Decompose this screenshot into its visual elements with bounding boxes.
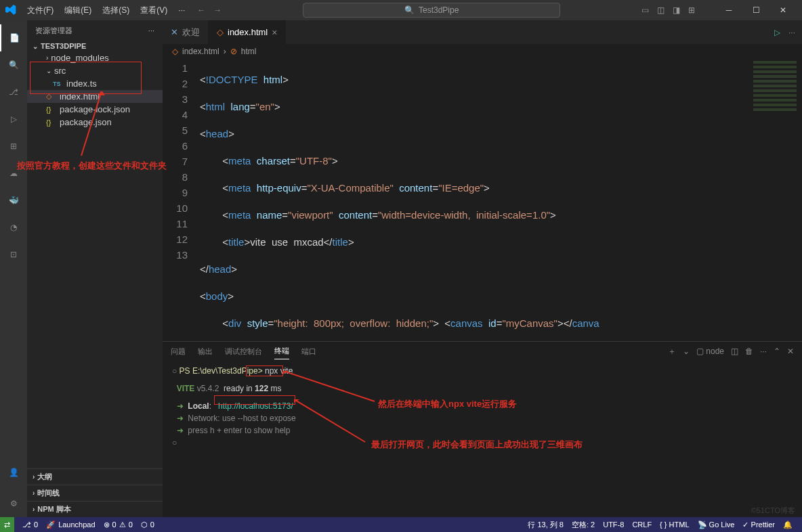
panel-tab-ports[interactable]: 端口	[301, 344, 316, 359]
close-icon[interactable]: ×	[272, 27, 277, 38]
panel-tab-terminal[interactable]: 终端	[274, 343, 289, 359]
menu-edit[interactable]: 编辑(E)	[59, 0, 97, 20]
layout-icon-4[interactable]: ⊞	[688, 5, 695, 15]
file-index-html[interactable]: ◇index.html	[27, 90, 163, 103]
sb-encoding[interactable]: UTF-8	[599, 520, 628, 530]
sb-golive[interactable]: 📡 Go Live	[694, 520, 739, 530]
activity-search[interactable]: 🔍	[0, 51, 27, 79]
menu-view[interactable]: 查看(V)	[135, 0, 173, 20]
sb-ports[interactable]: ⬡0	[137, 520, 159, 529]
panel-tab-output[interactable]: 输出	[198, 344, 213, 359]
terminal-shell[interactable]: ▢ node	[696, 347, 724, 356]
remote-button[interactable]: ⇄	[0, 517, 14, 532]
sidebar: 资源管理器 ··· ⌄TEST3DPIPE ›node_modules ⌄src…	[27, 20, 163, 517]
breadcrumbs[interactable]: ◇index.html › ⊘html	[163, 44, 802, 59]
maximize-button[interactable]: ☐	[742, 0, 769, 20]
activity-bar: 📄 🔍 ⎇ ▷ ⊞ ☁ 🐳 ◔ ⊡ 👤 ⚙	[0, 20, 27, 517]
nav-forward[interactable]: →	[213, 5, 221, 15]
layout-icon-2[interactable]: ◫	[657, 5, 664, 15]
panel-tab-problems[interactable]: 问题	[171, 344, 186, 359]
activity-run[interactable]: ▷	[0, 106, 27, 133]
activity-test[interactable]: ◔	[0, 214, 27, 241]
sb-launchpad[interactable]: 🚀Launchpad	[42, 520, 99, 529]
tab-welcome[interactable]: ✕欢迎	[163, 20, 209, 44]
activity-docker[interactable]: 🐳	[0, 187, 27, 214]
editor-area: ✕欢迎 ◇index.html× ▷ ··· ◇index.html › ⊘ht…	[163, 20, 802, 517]
gutter: 12345678910111213	[163, 59, 200, 341]
command-center[interactable]: 🔍Test3dPipe	[303, 3, 560, 18]
sb-spaces[interactable]: 空格: 2	[568, 520, 599, 530]
file-package-lock[interactable]: {}package-lock.json	[27, 103, 163, 116]
file-index-ts[interactable]: TSindex.ts	[27, 77, 163, 90]
sb-position[interactable]: 行 13, 列 8	[524, 520, 568, 530]
terminal[interactable]: ○ PS E:\dev\Test3dPipe> npx vite VITE v5…	[163, 361, 802, 517]
title-bar: 文件(F) 编辑(E) 选择(S) 查看(V) ··· ← → 🔍Test3dP…	[0, 0, 802, 20]
activity-settings[interactable]: ⚙	[0, 490, 27, 517]
tab-more-icon[interactable]: ···	[788, 28, 795, 37]
panel-tab-debug[interactable]: 调试控制台	[225, 344, 262, 359]
sb-notifications[interactable]: 🔔	[779, 520, 797, 530]
vscode-icon	[5, 5, 16, 16]
project-header[interactable]: ⌄TEST3DPIPE	[27, 41, 163, 51]
panel: 问题 输出 调试控制台 终端 端口 ＋⌄ ▢ node ◫ 🗑 ··· ⌃ ✕ …	[163, 341, 802, 517]
sb-branch[interactable]: ⎇0	[18, 520, 42, 529]
activity-explorer[interactable]: 📄	[0, 24, 27, 51]
nav-back[interactable]: ←	[197, 5, 205, 15]
split-terminal-icon[interactable]: ◫	[731, 347, 738, 356]
section-outline[interactable]: ›大纲	[27, 468, 163, 485]
menu-more[interactable]: ···	[173, 0, 190, 20]
new-terminal-icon[interactable]: ＋	[668, 346, 676, 357]
close-panel-icon[interactable]: ✕	[787, 347, 794, 356]
sidebar-title: 资源管理器	[35, 26, 72, 36]
file-src[interactable]: ⌄src	[27, 64, 163, 77]
activity-extensions[interactable]: ⊞	[0, 133, 27, 160]
activity-scm[interactable]: ⎇	[0, 79, 27, 106]
menu-selection[interactable]: 选择(S)	[97, 0, 135, 20]
section-timeline[interactable]: ›时间线	[27, 485, 163, 501]
watermark: ©51CTO博客	[751, 506, 795, 516]
maximize-panel-icon[interactable]: ⌃	[774, 347, 780, 356]
layout-icon-3[interactable]: ◨	[673, 5, 680, 15]
activity-account[interactable]: 👤	[0, 459, 27, 486]
play-icon[interactable]: ▷	[774, 28, 780, 37]
search-text: Test3dPipe	[419, 5, 459, 15]
code-content[interactable]: <!DOCTYPE html> <html lang="en"> <head> …	[200, 59, 802, 341]
sb-eol[interactable]: CRLF	[628, 520, 656, 530]
sb-prettier[interactable]: ✓ Prettier	[738, 520, 779, 530]
status-bar: ⇄ ⎇0 🚀Launchpad ⊗0 ⚠0 ⬡0 行 13, 列 8 空格: 2…	[0, 517, 802, 532]
panel-more-icon[interactable]: ···	[760, 347, 767, 356]
tab-index-html[interactable]: ◇index.html×	[209, 20, 286, 44]
close-button[interactable]: ✕	[769, 0, 797, 20]
activity-remote[interactable]: ☁	[0, 160, 27, 187]
file-node-modules[interactable]: ›node_modules	[27, 51, 163, 64]
layout-icon-1[interactable]: ▭	[641, 5, 649, 15]
trash-icon[interactable]: 🗑	[745, 347, 753, 356]
editor-tabs: ✕欢迎 ◇index.html× ▷ ···	[163, 20, 802, 44]
sb-language[interactable]: { } HTML	[656, 520, 693, 530]
code-editor[interactable]: 12345678910111213 <!DOCTYPE html> <html …	[163, 59, 802, 341]
sidebar-more-icon[interactable]: ···	[148, 26, 154, 35]
section-npm[interactable]: ›NPM 脚本	[27, 501, 163, 517]
sb-errors[interactable]: ⊗0 ⚠0	[100, 520, 137, 529]
menu-file[interactable]: 文件(F)	[22, 0, 59, 20]
minimize-button[interactable]: ─	[715, 0, 742, 20]
file-package-json[interactable]: {}package.json	[27, 116, 163, 129]
minimap[interactable]	[748, 59, 802, 154]
activity-other[interactable]: ⊡	[0, 241, 27, 268]
